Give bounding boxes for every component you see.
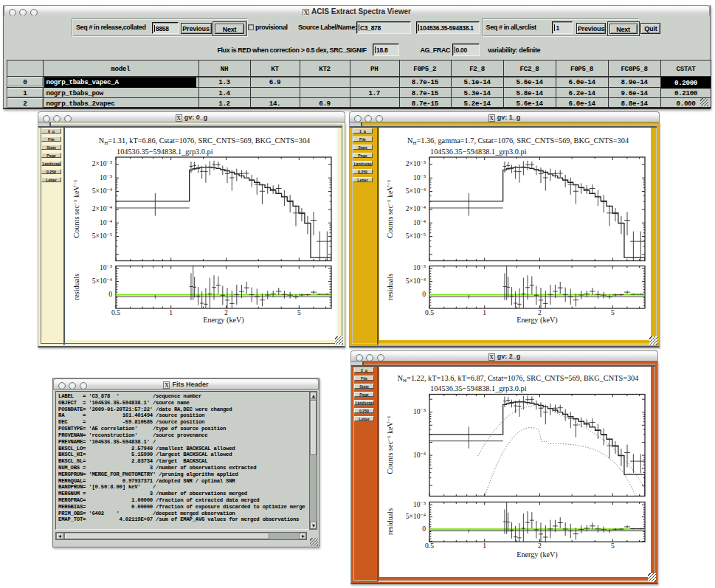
svg-text:Energy (keV): Energy (keV)	[517, 550, 558, 559]
svg-text:residuals: residuals	[386, 508, 394, 535]
svg-text:2: 2	[538, 542, 542, 550]
svg-text:5×10−4: 5×10−4	[406, 187, 426, 195]
svg-text:5: 5	[611, 308, 615, 317]
svg-text:104536.35−594838.1_grp3.0.pi: 104536.35−594838.1_grp3.0.pi	[117, 148, 213, 156]
svg-text:0: 0	[422, 525, 426, 533]
svg-text:0.5: 0.5	[111, 308, 120, 317]
svg-text:NH=1.31, kT=6.86, Cstat=1076,: NH=1.31, kT=6.86, Cstat=1076, SRC_CNTS=5…	[99, 136, 310, 146]
svg-text:1: 1	[169, 308, 173, 317]
svg-text:5: 5	[297, 308, 301, 317]
svg-text:104536.35−594838.1_grp3.0.pi: 104536.35−594838.1_grp3.0.pi	[430, 384, 527, 392]
svg-text:1: 1	[483, 542, 486, 550]
svg-text:2×10−3: 2×10−3	[406, 159, 426, 167]
svg-text:NH=1.36, gamma=1.7, Cstat=1076: NH=1.36, gamma=1.7, Cstat=1076, SRC_CNTS…	[407, 136, 629, 146]
svg-text:5×10−5: 5×10−5	[92, 232, 113, 240]
svg-text:10−4: 10−4	[413, 451, 426, 459]
svg-text:Counts sec−1 keV−1: Counts sec−1 keV−1	[386, 179, 394, 238]
svg-text:residuals: residuals	[72, 274, 80, 300]
svg-text:Energy (keV): Energy (keV)	[203, 316, 244, 325]
svg-text:2×10−4: 2×10−4	[92, 204, 113, 212]
svg-text:2: 2	[224, 308, 228, 317]
svg-text:0: 0	[108, 290, 112, 298]
svg-text:0.5: 0.5	[425, 542, 434, 550]
svg-text:10−3: 10−3	[100, 173, 113, 181]
svg-text:1: 1	[483, 308, 486, 317]
svg-text:10−3: 10−3	[413, 263, 426, 271]
svg-text:Counts sec−1 keV−1: Counts sec−1 keV−1	[72, 179, 80, 238]
svg-text:2: 2	[538, 308, 542, 317]
svg-text:0.5: 0.5	[425, 308, 434, 317]
svg-text:2×10−4: 2×10−4	[406, 204, 426, 212]
svg-text:10−3: 10−3	[413, 407, 426, 415]
svg-text:0: 0	[422, 290, 426, 298]
svg-text:5×10−4: 5×10−4	[92, 187, 113, 195]
svg-text:104536.35−594838.1_grp3.0.pi: 104536.35−594838.1_grp3.0.pi	[430, 148, 527, 156]
svg-text:10−4: 10−4	[100, 218, 113, 226]
svg-text:Counts sec−1 keV−1: Counts sec−1 keV−1	[386, 415, 394, 474]
svg-text:5×10−5: 5×10−5	[406, 232, 426, 240]
svg-text:5: 5	[611, 542, 615, 550]
svg-text:5×10−4: 5×10−4	[406, 277, 426, 285]
svg-text:10−3: 10−3	[413, 500, 426, 508]
svg-text:10−3: 10−3	[100, 263, 113, 271]
svg-text:10−4: 10−4	[413, 218, 426, 226]
svg-text:2×10−3: 2×10−3	[92, 159, 113, 167]
svg-text:5×10−4: 5×10−4	[406, 512, 426, 520]
svg-text:5×10−4: 5×10−4	[92, 277, 113, 285]
svg-text:residuals: residuals	[386, 274, 394, 300]
svg-text:NH=1.22, kT=13.6, kT=6.87, Cst: NH=1.22, kT=13.6, kT=6.87, Cstat=1076, S…	[398, 374, 639, 384]
svg-text:10−3: 10−3	[413, 173, 426, 181]
svg-text:Energy (keV): Energy (keV)	[517, 316, 558, 325]
